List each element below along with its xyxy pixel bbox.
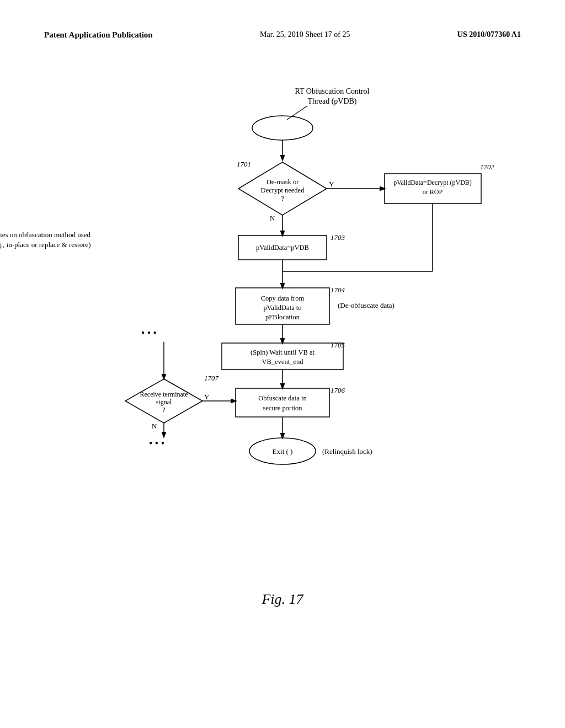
box-1704-text-l1: Copy data from: [261, 295, 305, 302]
label-y-1701: Y: [329, 180, 334, 188]
dots-below-1707: • • •: [149, 438, 164, 449]
label-1701-text-l1: De-mask or: [266, 178, 299, 186]
box-1704-text-l3: pFBlocation: [265, 313, 300, 321]
diamond-1707-text-l3: ?: [162, 406, 165, 414]
header: Patent Application Publication Mar. 25, …: [0, 0, 565, 40]
flowchart-svg: RT Obfuscation Control Thread (pVDB) De-…: [67, 73, 498, 580]
ref-1701: 1701: [237, 160, 251, 168]
ref-1705: 1705: [331, 341, 345, 349]
label-n-1707: N: [152, 422, 157, 430]
header-right: US 2010/077360 A1: [457, 30, 521, 39]
relinquish-label: (Relinquish lock): [322, 447, 372, 456]
diamond-1707-text-l1: Receive terminate: [140, 390, 188, 398]
side-note: Varies on obfuscation method used (e.g.,…: [0, 230, 100, 250]
label-y-1707: Y: [204, 393, 210, 401]
ref-1704: 1704: [331, 286, 345, 294]
box-1705-text-l1: (Spin) Wait until VB at: [250, 349, 315, 356]
side-deobfuscate: (De-obfuscate data): [338, 301, 395, 309]
ref-1707: 1707: [204, 374, 219, 382]
title-line1: RT Obfuscation Control: [295, 87, 369, 95]
box-1706: [236, 388, 329, 417]
header-left: Patent Application Publication: [44, 30, 153, 40]
title-line2: Thread (pVDB): [307, 97, 356, 106]
label-1701-text-l2: Decrypt needed: [261, 186, 305, 194]
start-oval: [252, 116, 313, 140]
box-1706-text-l2: secure portion: [263, 404, 302, 412]
header-center: Mar. 25, 2010 Sheet 17 of 25: [260, 30, 350, 39]
ref-1702: 1702: [480, 163, 495, 171]
fig-caption: Fig. 17: [0, 591, 565, 608]
label-1701-text-l3: ?: [281, 195, 284, 202]
label-n-1701: N: [270, 214, 275, 222]
box-1704-text-l2: pValidData to: [263, 304, 301, 312]
ref-1706: 1706: [331, 386, 345, 394]
dots-left-1704: • • •: [141, 328, 157, 339]
diagram-area: RT Obfuscation Control Thread (pVDB) De-…: [67, 73, 498, 580]
box-1705-text-l2: VB_event_end: [262, 358, 304, 366]
box-1706-text-l1: Obfuscate data in: [258, 394, 307, 402]
box-1702-text-l2: or ROP: [423, 188, 443, 196]
ref-1703: 1703: [331, 233, 345, 242]
exit-text: Exit ( ): [273, 447, 293, 456]
box-1702-text-l1: pValidData=Decrypt (pVDB): [393, 179, 472, 186]
box-1703-text: pValidData=pVDB: [256, 244, 309, 251]
diamond-1707-text-l2: signal: [156, 398, 172, 406]
page: Patent Application Publication Mar. 25, …: [0, 0, 565, 728]
